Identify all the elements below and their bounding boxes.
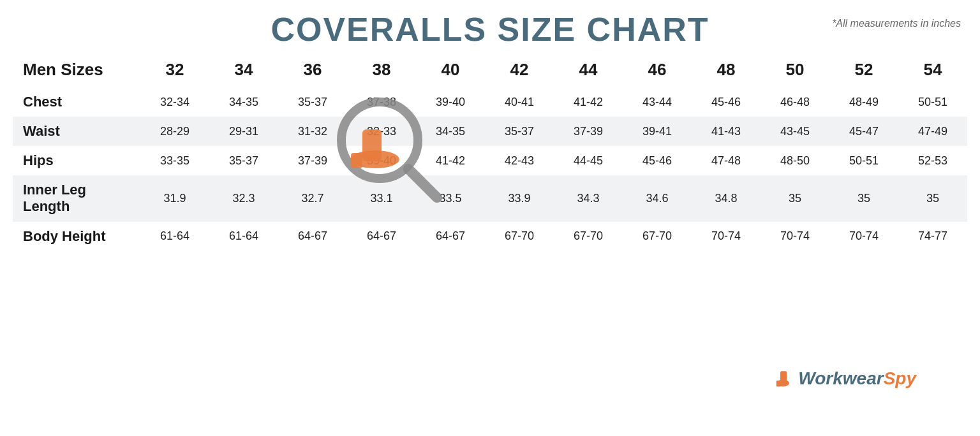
table-cell: 33-35 — [140, 146, 209, 175]
col-size-48: 48 — [692, 52, 761, 87]
table-cell: 40-41 — [485, 87, 554, 117]
table-cell: 31-32 — [278, 117, 347, 146]
table-cell: 47-48 — [692, 146, 761, 175]
table-cell: 35-37 — [209, 146, 278, 175]
table-cell: 41-42 — [416, 146, 485, 175]
table-cell: 33.5 — [416, 175, 485, 222]
header: COVERALLS SIZE CHART *All measurements i… — [13, 6, 967, 48]
table-header-row: Men Sizes323436384042444648505254 — [13, 52, 967, 87]
table-row: Waist28-2929-3131-3232-3334-3535-3737-39… — [13, 117, 967, 146]
brand-watermark: WorkwearSpy — [776, 340, 916, 417]
table-cell: 34.8 — [692, 175, 761, 222]
table-cell: 33.9 — [485, 175, 554, 222]
table-cell: 43-44 — [623, 87, 692, 117]
brand-name-part1: Workwear — [798, 368, 883, 388]
table-cell: 61-64 — [209, 222, 278, 251]
table-cell: 35 — [829, 175, 898, 222]
table-cell: 35-37 — [485, 117, 554, 146]
col-size-34: 34 — [209, 52, 278, 87]
table-cell: 39-41 — [623, 117, 692, 146]
table-cell: 67-70 — [554, 222, 623, 251]
table-cell: 34-35 — [416, 117, 485, 146]
table-cell: 37-39 — [278, 146, 347, 175]
table-cell: 64-67 — [347, 222, 416, 251]
table-cell: 37-38 — [347, 87, 416, 117]
svg-rect-5 — [780, 371, 787, 383]
table-cell: 70-74 — [829, 222, 898, 251]
page-container: COVERALLS SIZE CHART *All measurements i… — [0, 0, 980, 436]
table-cell: 32.7 — [278, 175, 347, 222]
size-chart-table-container: Men Sizes323436384042444648505254Chest32… — [13, 52, 967, 251]
brand-label: WorkwearSpy — [798, 368, 916, 389]
table-cell: 33.1 — [347, 175, 416, 222]
col-size-50: 50 — [761, 52, 829, 87]
row-label-chest: Chest — [13, 87, 140, 117]
table-cell: 45-47 — [829, 117, 898, 146]
table-cell: 50-51 — [898, 87, 967, 117]
table-cell: 41-43 — [692, 117, 761, 146]
brand-name-part2: Spy — [884, 368, 916, 388]
boot-icon — [776, 353, 793, 404]
row-label-waist: Waist — [13, 117, 140, 146]
col-size-42: 42 — [485, 52, 554, 87]
table-row: Chest32-3434-3535-3737-3839-4040-4141-42… — [13, 87, 967, 117]
table-cell: 34.6 — [623, 175, 692, 222]
table-cell: 70-74 — [692, 222, 761, 251]
table-cell: 34-35 — [209, 87, 278, 117]
col-size-40: 40 — [416, 52, 485, 87]
table-cell: 29-31 — [209, 117, 278, 146]
table-cell: 35-37 — [278, 87, 347, 117]
col-size-36: 36 — [278, 52, 347, 87]
col-size-44: 44 — [554, 52, 623, 87]
table-cell: 42-43 — [485, 146, 554, 175]
col-label-header: Men Sizes — [13, 52, 140, 87]
table-row: Body Height61-6461-6464-6764-6764-6767-7… — [13, 222, 967, 251]
table-cell: 48-49 — [829, 87, 898, 117]
col-size-52: 52 — [829, 52, 898, 87]
table-cell: 45-46 — [692, 87, 761, 117]
measurement-note: *All measurements in inches — [832, 18, 961, 29]
row-label-inner-leg-length: Inner LegLength — [13, 175, 140, 222]
col-size-54: 54 — [898, 52, 967, 87]
table-cell: 31.9 — [140, 175, 209, 222]
size-chart-table: Men Sizes323436384042444648505254Chest32… — [13, 52, 967, 251]
table-cell: 34.3 — [554, 175, 623, 222]
table-cell: 45-46 — [623, 146, 692, 175]
table-cell: 64-67 — [416, 222, 485, 251]
row-label-hips: Hips — [13, 146, 140, 175]
table-cell: 48-50 — [761, 146, 829, 175]
table-cell: 52-53 — [898, 146, 967, 175]
table-cell: 67-70 — [623, 222, 692, 251]
table-cell: 35 — [898, 175, 967, 222]
table-cell: 61-64 — [140, 222, 209, 251]
row-label-body-height: Body Height — [13, 222, 140, 251]
table-cell: 74-77 — [898, 222, 967, 251]
table-cell: 35 — [761, 175, 829, 222]
table-cell: 64-67 — [278, 222, 347, 251]
svg-rect-7 — [776, 381, 781, 386]
table-cell: 70-74 — [761, 222, 829, 251]
table-row: Inner LegLength31.932.332.733.133.533.93… — [13, 175, 967, 222]
table-cell: 32-34 — [140, 87, 209, 117]
page-title: COVERALLS SIZE CHART — [13, 6, 967, 48]
svg-point-6 — [776, 380, 789, 387]
table-cell: 50-51 — [829, 146, 898, 175]
table-cell: 28-29 — [140, 117, 209, 146]
table-cell: 46-48 — [761, 87, 829, 117]
table-row: Hips33-3535-3737-3939-4041-4242-4344-454… — [13, 146, 967, 175]
table-cell: 41-42 — [554, 87, 623, 117]
table-cell: 67-70 — [485, 222, 554, 251]
col-size-38: 38 — [347, 52, 416, 87]
table-cell: 39-40 — [416, 87, 485, 117]
table-cell: 32-33 — [347, 117, 416, 146]
table-cell: 39-40 — [347, 146, 416, 175]
col-size-32: 32 — [140, 52, 209, 87]
table-cell: 44-45 — [554, 146, 623, 175]
table-cell: 37-39 — [554, 117, 623, 146]
table-cell: 43-45 — [761, 117, 829, 146]
col-size-46: 46 — [623, 52, 692, 87]
table-cell: 47-49 — [898, 117, 967, 146]
table-cell: 32.3 — [209, 175, 278, 222]
